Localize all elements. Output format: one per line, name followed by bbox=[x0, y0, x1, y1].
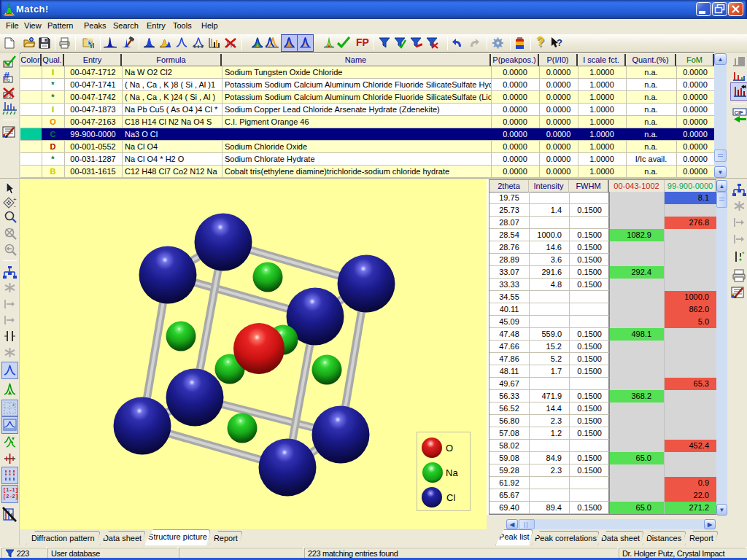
svg-text:CIF: CIF bbox=[735, 109, 744, 116]
svg-text:+: + bbox=[13, 196, 17, 203]
svg-text:+: + bbox=[12, 402, 15, 408]
svg-text:O: O bbox=[446, 443, 453, 454]
svg-text:#: # bbox=[4, 71, 9, 82]
svg-text:?: ? bbox=[557, 37, 562, 48]
svg-text:Na: Na bbox=[446, 467, 458, 478]
svg-text:*: * bbox=[742, 250, 745, 257]
svg-text:-: - bbox=[14, 203, 16, 209]
svg-text:Cl: Cl bbox=[446, 492, 455, 503]
